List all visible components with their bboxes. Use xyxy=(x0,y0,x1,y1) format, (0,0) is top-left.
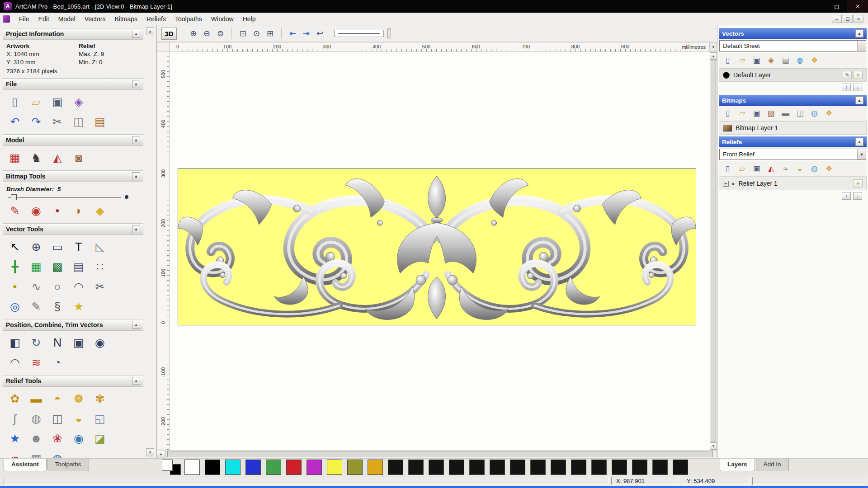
vectorise-bitmap-icon[interactable]: ▩ xyxy=(48,258,67,276)
move-layer-down-button[interactable]: ↓ xyxy=(853,84,862,91)
zoom-window-icon[interactable]: ⊡ xyxy=(237,28,249,39)
mesh-creator-icon[interactable]: ▦ xyxy=(27,449,46,458)
palette-swatch-4[interactable] xyxy=(266,460,281,475)
relief-select[interactable]: Front Relief ▼ xyxy=(719,149,866,160)
sculpting-icon[interactable]: ◓ xyxy=(48,389,67,408)
horizontal-scrollbar[interactable]: ▸ xyxy=(157,450,717,458)
colour-picker-icon[interactable]: • xyxy=(48,202,67,220)
paste-relief-icon[interactable]: ◭ xyxy=(48,149,67,167)
fit-arcs-icon[interactable]: ◠ xyxy=(5,353,24,371)
load-reference-image-icon[interactable]: ◙ xyxy=(69,149,88,167)
palette-swatch-21[interactable] xyxy=(612,460,627,475)
delete-bitmap-layer-icon[interactable]: ◍ xyxy=(808,108,821,119)
add-relief-layer-icon[interactable]: + xyxy=(723,181,729,187)
zoom-out-icon[interactable]: ⊖ xyxy=(201,28,213,39)
delete-vector-layer-icon[interactable]: ◍ xyxy=(794,55,806,66)
texture-relief-icon[interactable]: ❀ xyxy=(48,429,67,447)
palette-swatch-17[interactable] xyxy=(530,460,546,475)
minimize-button[interactable]: – xyxy=(806,0,826,13)
primary-color-swatch[interactable] xyxy=(162,460,173,470)
move-layer-up-button[interactable]: ↑ xyxy=(842,84,851,91)
expander-icon[interactable]: ▸ xyxy=(732,181,735,187)
copy-icon[interactable]: ◫ xyxy=(69,113,88,131)
panel-scroll-up-button[interactable]: ▲ xyxy=(146,27,154,35)
zoom-100-icon[interactable]: ⊙ xyxy=(250,28,263,39)
edit-layer-icon[interactable]: ✎ xyxy=(843,71,852,79)
new-model-icon[interactable]: ▯ xyxy=(5,93,24,111)
palette-swatch-19[interactable] xyxy=(571,460,586,475)
face-wizard-icon[interactable]: ☻ xyxy=(27,429,46,447)
section-header-position-combine[interactable]: Position, Combine, Trim Vectors ▲ xyxy=(3,319,143,331)
open-vector-layer-icon[interactable]: ▱ xyxy=(736,55,748,66)
create-rectangle-icon[interactable]: ▭ xyxy=(48,238,67,256)
save-bitmap-layer-icon[interactable]: ▣ xyxy=(750,108,763,119)
create-spiral-icon[interactable]: ◔ xyxy=(48,353,67,371)
unite-reliefs-icon[interactable]: ◪ xyxy=(90,429,109,447)
trim-vectors-icon[interactable]: ✂ xyxy=(90,277,109,296)
select-vectors-icon[interactable]: ↖ xyxy=(5,238,24,256)
mdi-close-button[interactable]: × xyxy=(854,15,863,23)
menu-vectors[interactable]: Vectors xyxy=(80,14,110,24)
measure-tool-icon[interactable]: ◺ xyxy=(90,238,109,256)
transform-vectors-icon[interactable]: ⊕ xyxy=(27,238,46,256)
palette-swatch-23[interactable] xyxy=(652,460,668,475)
block-rotate-copy-icon[interactable]: ↻ xyxy=(27,333,46,352)
import-bitmap-icon[interactable]: ▨ xyxy=(765,108,777,119)
section-header-model[interactable]: Model ▲ xyxy=(3,134,143,146)
palette-swatch-2[interactable] xyxy=(225,460,241,475)
interactive-sculpt-icon[interactable]: ◉ xyxy=(69,429,88,447)
collapse-icon[interactable]: ▲ xyxy=(855,96,863,104)
import-vectors-icon[interactable]: ◈ xyxy=(765,55,777,66)
star-relief-icon[interactable]: ★ xyxy=(5,429,24,447)
palette-swatch-3[interactable] xyxy=(245,460,261,475)
toggle-all-reliefs-icon[interactable]: ❖ xyxy=(823,163,835,174)
ruler-units-dropdown[interactable]: ▼ xyxy=(710,42,717,52)
emboss-wizard-icon[interactable]: ✾ xyxy=(90,389,109,408)
smooth-relief-icon[interactable]: ▬ xyxy=(27,389,46,408)
line-width-handle[interactable] xyxy=(387,28,391,38)
menu-bitmaps[interactable]: Bitmaps xyxy=(110,14,142,24)
collapse-icon[interactable]: ▲ xyxy=(132,172,140,180)
palette-swatch-0[interactable] xyxy=(184,460,200,475)
merge-bitmap-layers-icon[interactable]: ▬ xyxy=(779,108,792,119)
flood-fill-icon[interactable]: ◆ xyxy=(90,202,109,220)
layer-visibility-icon[interactable]: ☀ xyxy=(854,179,863,188)
primary-secondary-colors[interactable] xyxy=(161,459,182,475)
new-sheet-icon[interactable]: ▤ xyxy=(779,55,792,66)
section-header-relief-tools[interactable]: Relief Tools ▲ xyxy=(3,375,143,387)
collapse-icon[interactable]: ▲ xyxy=(132,377,140,385)
horizontal-scroll-track[interactable] xyxy=(165,450,717,458)
palette-swatch-16[interactable] xyxy=(510,460,525,475)
view-3d-button[interactable]: 3D xyxy=(161,28,177,40)
palette-swatch-24[interactable] xyxy=(673,460,688,475)
horizontal-scroll-thumb[interactable] xyxy=(167,451,713,457)
undo-icon[interactable]: ↶ xyxy=(5,113,24,131)
menu-reliefs[interactable]: Reliefs xyxy=(142,14,170,24)
menu-help[interactable]: Help xyxy=(238,14,260,24)
create-polyline-icon[interactable]: ∿ xyxy=(27,277,46,296)
shape-editor-icon[interactable]: ✿ xyxy=(5,389,24,408)
open-model-icon[interactable]: ▱ xyxy=(27,93,46,111)
delete-relief-layer-icon[interactable]: ◍ xyxy=(808,163,821,174)
fillet-tool-icon[interactable]: ≋ xyxy=(27,353,46,371)
collapse-icon[interactable]: ▲ xyxy=(132,321,140,329)
panel-scroll-down-button[interactable]: ▼ xyxy=(146,448,154,456)
scroll-up-button[interactable]: ▲ xyxy=(710,52,717,60)
collapse-icon[interactable]: ▲ xyxy=(132,80,140,88)
vertical-scrollbar[interactable]: ▲ ▼ xyxy=(710,52,717,450)
palette-swatch-7[interactable] xyxy=(327,460,342,475)
create-ring-icon[interactable]: ◎ xyxy=(5,297,24,315)
chevron-down-icon[interactable]: ▼ xyxy=(857,149,866,160)
palette-swatch-11[interactable] xyxy=(408,460,424,475)
tab-assistant[interactable]: Assistant xyxy=(4,459,47,471)
line-width-preview[interactable] xyxy=(334,30,384,37)
fit-to-grid-icon[interactable]: ▤ xyxy=(69,258,88,276)
collapse-icon[interactable]: ▲ xyxy=(132,136,140,144)
slider-thumb[interactable] xyxy=(11,194,17,200)
tab-toolpaths[interactable]: Toolpaths xyxy=(47,459,89,471)
zoom-fit-icon[interactable]: ⊞ xyxy=(264,28,276,39)
palette-swatch-22[interactable] xyxy=(632,460,647,475)
align-vectors-icon[interactable]: ◧ xyxy=(5,333,24,352)
wave-relief-icon[interactable]: ≈ xyxy=(5,449,24,458)
create-arc-icon[interactable]: ◠ xyxy=(69,277,88,296)
